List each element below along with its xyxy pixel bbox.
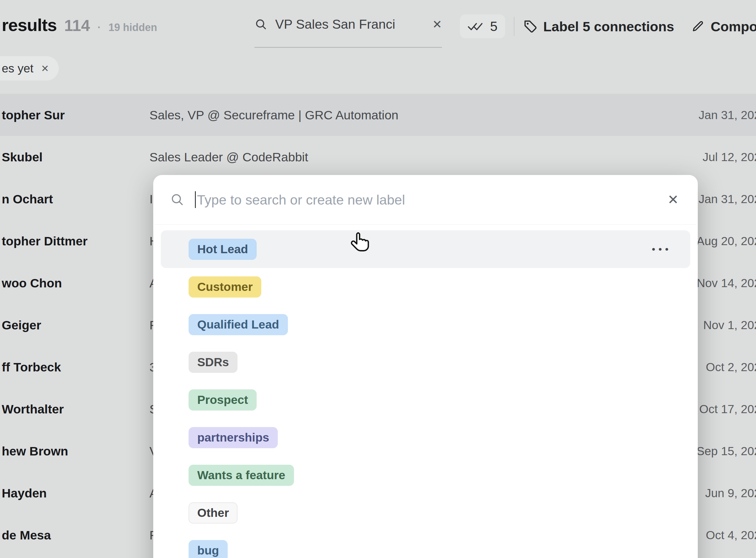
label-option-hot-lead[interactable]: Hot Lead •••: [161, 230, 690, 268]
connection-date: Nov 14, 202: [697, 276, 756, 290]
modal-close-icon[interactable]: ✕: [665, 189, 681, 210]
label-chip[interactable]: Hot Lead: [188, 239, 257, 260]
label-option-customer[interactable]: Customer: [161, 268, 690, 306]
label-option-sdrs[interactable]: SDRs: [161, 343, 690, 381]
toolbar: 5 Label 5 connections Compose: [460, 15, 756, 38]
label-chip[interactable]: Wants a feature: [188, 465, 294, 486]
search-icon: [170, 193, 184, 207]
label-search-placeholder: Type to search or create new label: [197, 192, 405, 208]
connection-date: Nov 1, 202: [703, 318, 756, 332]
connection-date: Jan 31, 202: [699, 108, 756, 122]
connection-headline: Sales Leader @ CodeRabbit: [150, 150, 308, 164]
label-chip[interactable]: Other: [188, 502, 237, 524]
label-connections-button[interactable]: Label 5 connections: [523, 19, 674, 34]
label-chip[interactable]: partnerships: [188, 427, 278, 448]
connection-date: Jan 31, 202: [699, 192, 756, 206]
connection-name: Hayden: [2, 486, 47, 500]
connection-date: Oct 17, 202: [699, 402, 756, 416]
label-search-input[interactable]: Type to search or create new label ✕: [153, 175, 698, 224]
connection-headline: Sales, VP @ Secureframe | GRC Automation: [150, 108, 398, 122]
connection-name: topher Sur: [2, 108, 64, 122]
label-chip[interactable]: bug: [188, 540, 228, 558]
compose-button[interactable]: Compose: [691, 19, 756, 34]
connection-date: Oct 2, 202: [706, 360, 756, 374]
connection-name: Worthalter: [2, 402, 64, 416]
label-option-partnerships[interactable]: partnerships: [161, 418, 690, 456]
pencil-icon: [691, 19, 705, 33]
search-clear-icon[interactable]: ✕: [432, 18, 442, 31]
label-list: Hot Lead ••• Customer Qualified Lead SDR…: [153, 225, 698, 558]
search-underline: [254, 47, 442, 48]
connection-date: Jul 12, 202: [702, 150, 756, 164]
connection-name: ff Torbeck: [2, 360, 61, 374]
results-header: results 114 · 19 hidden: [2, 15, 157, 35]
connection-name: hew Brown: [2, 444, 68, 458]
label-chip[interactable]: Customer: [188, 276, 261, 298]
connection-name: n Ochart: [2, 192, 53, 206]
double-check-icon: [468, 21, 484, 32]
label-option-wants-a-feature[interactable]: Wants a feature: [161, 456, 690, 494]
filter-chip[interactable]: es yet ✕: [0, 56, 59, 80]
compose-text: Compose: [710, 19, 756, 34]
search-icon: [254, 18, 268, 31]
connection-name: de Mesa: [2, 528, 51, 542]
connection-date: Oct 4, 202: [706, 528, 756, 542]
table-row[interactable]: Skubel Sales Leader @ CodeRabbit Jul 12,…: [0, 136, 756, 178]
label-option-bug[interactable]: bug: [161, 532, 690, 558]
filter-chip-close-icon[interactable]: ✕: [41, 63, 49, 74]
connection-name: Skubel: [2, 150, 43, 164]
table-row[interactable]: topher Sur Sales, VP @ Secureframe | GRC…: [0, 94, 756, 136]
label-chip[interactable]: SDRs: [188, 352, 237, 373]
tag-icon: [523, 19, 538, 33]
search-value: VP Sales San Franci: [275, 17, 425, 32]
hidden-count: 19 hidden: [109, 21, 157, 33]
label-connections-text: Label 5 connections: [543, 19, 674, 34]
connection-date: Jun 9, 202: [705, 486, 756, 500]
connection-name: topher Dittmer: [2, 234, 87, 248]
connection-date: Aug 20, 202: [697, 234, 756, 248]
toolbar-divider: [514, 17, 515, 36]
filter-chip-text: es yet: [2, 62, 33, 75]
mouse-pointer-cursor: [349, 231, 372, 257]
label-chip[interactable]: Prospect: [188, 389, 257, 410]
results-count: 114: [64, 16, 90, 35]
label-option-qualified-lead[interactable]: Qualified Lead: [161, 306, 690, 343]
text-caret: [195, 191, 196, 208]
search-input[interactable]: VP Sales San Franci ✕: [254, 17, 442, 32]
page-title: results: [2, 15, 57, 35]
label-chip[interactable]: Qualified Lead: [188, 314, 288, 335]
separator-dot: ·: [98, 21, 101, 33]
selected-count-button[interactable]: 5: [460, 15, 505, 38]
connection-name: woo Chon: [2, 276, 62, 290]
connection-name: Geiger: [2, 318, 41, 332]
more-options-icon[interactable]: •••: [652, 244, 672, 255]
label-picker-modal: Type to search or create new label ✕ Hot…: [153, 175, 698, 558]
connection-date: Sep 15, 202: [697, 444, 756, 458]
label-option-other[interactable]: Other: [161, 494, 690, 532]
selected-count: 5: [490, 19, 498, 34]
label-option-prospect[interactable]: Prospect: [161, 381, 690, 418]
connection-headline: I: [150, 192, 153, 206]
